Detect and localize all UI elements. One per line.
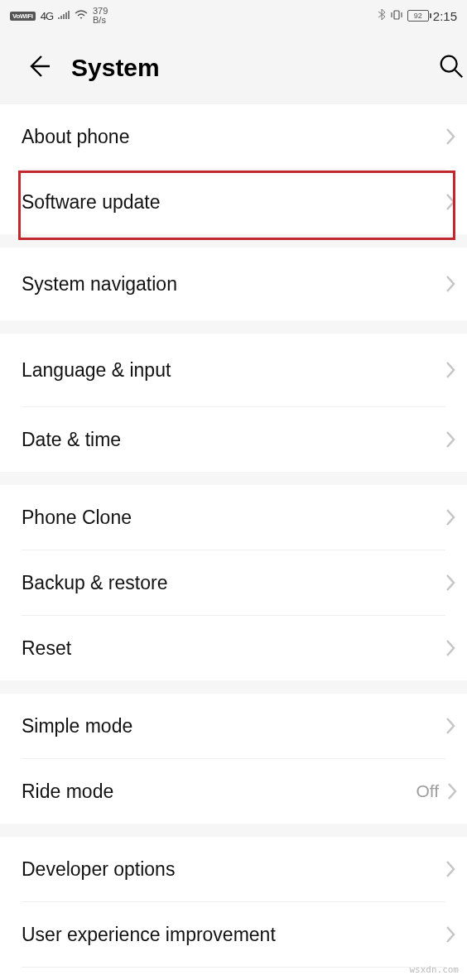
user-experience-improvement-row[interactable]: User experience improvement: [0, 902, 467, 967]
ride-mode-value: Off: [416, 781, 439, 801]
signal-icon: [58, 9, 70, 22]
backup-restore-label: Backup & restore: [22, 572, 167, 594]
lte-label: 4G: [41, 10, 53, 22]
certification-logos-row[interactable]: Certification logos: [0, 968, 467, 980]
user-experience-improvement-label: User experience improvement: [22, 924, 276, 946]
about-phone-row[interactable]: About phone: [0, 104, 467, 169]
bluetooth-icon: [378, 8, 386, 23]
wifi-icon: [75, 9, 88, 22]
search-button[interactable]: [437, 52, 454, 84]
developer-options-row[interactable]: Developer options: [0, 837, 467, 901]
chevron-right-icon: [445, 574, 455, 592]
chevron-right-icon: [445, 361, 455, 379]
back-arrow-icon: [23, 51, 53, 81]
data-rate: 379B/s: [93, 7, 108, 25]
language-input-row[interactable]: Language & input: [0, 334, 467, 406]
section: Developer optionsUser experience improve…: [0, 837, 467, 980]
section: About phoneSoftware update: [0, 104, 467, 234]
settings-content: About phoneSoftware updateSystem navigat…: [0, 104, 467, 980]
watermark: wsxdn.com: [409, 964, 459, 975]
status-left: VoWiFi 4G 379B/s: [10, 7, 108, 25]
phone-clone-label: Phone Clone: [22, 507, 132, 529]
chevron-right-icon: [447, 782, 457, 800]
battery-icon: 92: [407, 10, 429, 22]
header: System: [0, 31, 467, 104]
date-time-row[interactable]: Date & time: [0, 407, 467, 472]
date-time-label: Date & time: [22, 429, 121, 451]
simple-mode-row[interactable]: Simple mode: [0, 694, 467, 758]
vibrate-icon: [390, 9, 403, 23]
chevron-right-icon: [445, 925, 455, 944]
language-input-label: Language & input: [22, 359, 171, 382]
section: Phone CloneBackup & restoreReset: [0, 485, 467, 680]
search-icon: [437, 52, 465, 80]
status-right: 92 2:15: [378, 8, 457, 23]
svg-rect-0: [394, 11, 399, 19]
section: Simple modeRide modeOff: [0, 694, 467, 824]
chevron-right-icon: [445, 275, 455, 293]
reset-row[interactable]: Reset: [0, 616, 467, 680]
software-update-row[interactable]: Software update: [0, 170, 467, 234]
chevron-right-icon: [445, 127, 455, 146]
about-phone-label: About phone: [22, 126, 129, 148]
chevron-right-icon: [445, 193, 455, 211]
chevron-right-icon: [445, 860, 455, 878]
page-title: System: [71, 54, 419, 82]
developer-options-label: Developer options: [22, 858, 175, 881]
chevron-right-icon: [445, 508, 455, 526]
software-update-label: Software update: [22, 191, 161, 214]
system-navigation-label: System navigation: [22, 273, 177, 295]
chevron-right-icon: [445, 430, 455, 449]
system-navigation-row[interactable]: System navigation: [0, 247, 467, 320]
vowifi-badge: VoWiFi: [10, 12, 36, 21]
ride-mode-row[interactable]: Ride modeOff: [0, 759, 467, 824]
backup-restore-row[interactable]: Backup & restore: [0, 550, 467, 615]
ride-mode-label: Ride mode: [22, 781, 113, 803]
chevron-right-icon: [445, 639, 455, 657]
clock: 2:15: [433, 9, 457, 23]
section: System navigation: [0, 247, 467, 320]
chevron-right-icon: [445, 717, 455, 735]
reset-label: Reset: [22, 637, 71, 660]
phone-clone-row[interactable]: Phone Clone: [0, 485, 467, 550]
simple-mode-label: Simple mode: [22, 715, 132, 737]
row-right: Off: [416, 781, 445, 801]
status-bar: VoWiFi 4G 379B/s 92 2:15: [0, 0, 467, 31]
back-button[interactable]: [23, 51, 53, 84]
svg-point-1: [441, 56, 457, 72]
section: Language & inputDate & time: [0, 334, 467, 472]
